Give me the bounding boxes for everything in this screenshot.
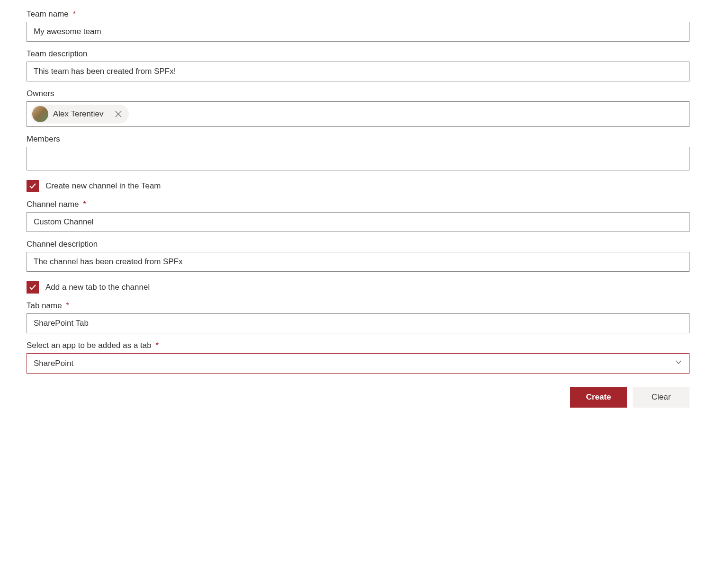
required-asterisk: *	[66, 301, 69, 310]
channel-name-label: Channel name *	[27, 200, 689, 209]
team-name-label: Team name *	[27, 9, 689, 19]
create-button[interactable]: Create	[570, 387, 627, 408]
tab-name-label: Tab name *	[27, 301, 689, 311]
owners-label: Owners	[27, 89, 689, 98]
tab-name-input[interactable]	[27, 313, 689, 333]
owners-people-picker[interactable]: Alex Terentiev	[27, 101, 689, 127]
team-description-label: Team description	[27, 49, 689, 59]
dropdown-selected-text: SharePoint	[34, 359, 73, 368]
members-label: Members	[27, 134, 689, 144]
person-chip: Alex Terentiev	[31, 105, 129, 124]
add-tab-checkbox-label: Add a new tab to the channel	[45, 283, 150, 292]
close-icon	[115, 111, 122, 117]
person-name: Alex Terentiev	[53, 109, 103, 119]
team-name-input[interactable]	[27, 22, 689, 42]
avatar	[32, 106, 48, 122]
create-channel-checkbox-label: Create new channel in the Team	[45, 181, 161, 191]
channel-name-input[interactable]	[27, 212, 689, 232]
checkmark-icon	[29, 182, 36, 190]
app-select-dropdown[interactable]: SharePoint	[27, 353, 689, 374]
members-people-picker[interactable]	[27, 147, 689, 170]
team-description-input[interactable]	[27, 62, 689, 81]
add-tab-checkbox[interactable]	[27, 281, 39, 294]
app-select-label: Select an app to be added as a tab *	[27, 341, 689, 350]
channel-description-input[interactable]	[27, 252, 689, 272]
checkmark-icon	[29, 284, 36, 291]
required-asterisk: *	[155, 341, 159, 350]
chevron-down-icon	[675, 358, 682, 368]
clear-button[interactable]: Clear	[633, 387, 689, 408]
create-channel-checkbox[interactable]	[27, 180, 39, 192]
required-asterisk: *	[83, 200, 86, 209]
channel-description-label: Channel description	[27, 240, 689, 249]
remove-person-button[interactable]	[113, 108, 124, 120]
required-asterisk: *	[73, 9, 76, 18]
